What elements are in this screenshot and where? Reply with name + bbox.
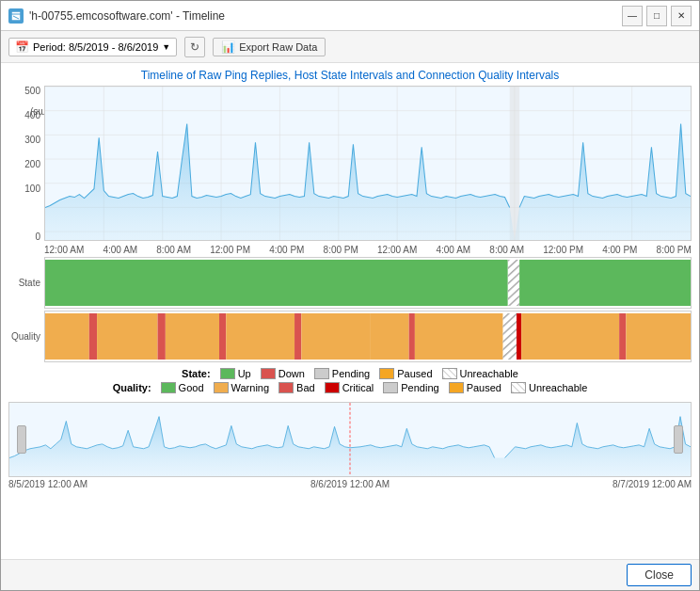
app-icon (8, 8, 24, 24)
chart-content: Timeline of Raw Ping Replies, Host State… (1, 63, 699, 559)
svg-rect-41 (626, 313, 691, 359)
x-label-4: 4:00 PM (269, 245, 304, 255)
mini-time-end: 8/7/2019 12:00 AM (612, 479, 692, 489)
svg-rect-37 (502, 313, 517, 359)
down-label: Down (278, 368, 305, 379)
legend-quality-good: Good (161, 382, 204, 393)
x-label-9: 12:00 PM (543, 245, 583, 255)
period-dropdown-icon: ▼ (162, 42, 170, 52)
state-chart[interactable] (44, 257, 692, 309)
y-axis: 500 400 300 200 100 0 Latency (ms) (8, 86, 44, 243)
svg-rect-26 (89, 313, 97, 359)
svg-rect-30 (219, 313, 226, 359)
footer: Close (1, 559, 699, 590)
mini-time-labels: 8/5/2019 12:00 AM 8/6/2019 12:00 AM 8/7/… (8, 477, 692, 491)
svg-rect-20 (510, 87, 519, 240)
svg-rect-31 (226, 313, 294, 359)
svg-rect-21 (45, 260, 508, 306)
unreachable-swatch (442, 368, 457, 379)
legend-quality-critical: Critical (325, 382, 374, 393)
y-tick-0: 0 (35, 232, 40, 242)
svg-rect-36 (415, 313, 503, 359)
x-label-3: 12:00 PM (210, 245, 250, 255)
quality-chart-row: Quality (8, 311, 692, 362)
quality-label: Quality (8, 311, 44, 362)
toolbar: 📅 Period: 8/5/2019 - 8/6/2019 ▼ ↻ 📊 Expo… (1, 31, 699, 63)
warning-label: Warning (231, 382, 270, 393)
svg-rect-32 (294, 313, 301, 359)
quality-legend-row: Quality: Good Warning Bad Critical (8, 382, 692, 393)
mini-timeline-wrapper: 8/5/2019 12:00 AM 8/6/2019 12:00 AM 8/7/… (8, 398, 692, 491)
q-pending-swatch (383, 382, 398, 393)
good-swatch (161, 382, 176, 393)
q-paused-swatch (449, 382, 464, 393)
main-window: 'h-00755.emcosoftware.com' - Timeline — … (0, 0, 700, 591)
chart-title: Timeline of Raw Ping Replies, Host State… (8, 69, 692, 82)
state-legend-row: State: Up Down Pending Paused (8, 368, 692, 379)
legend-area: State: Up Down Pending Paused (8, 364, 692, 398)
svg-rect-28 (158, 313, 166, 359)
x-label-7: 4:00 AM (436, 245, 470, 255)
legend-quality-warning: Warning (214, 382, 270, 393)
svg-rect-39 (521, 313, 619, 359)
refresh-button[interactable]: ↻ (184, 37, 205, 57)
quality-chart[interactable] (44, 311, 692, 362)
up-label: Up (238, 368, 251, 379)
legend-quality-paused: Paused (449, 382, 501, 393)
latency-chart-wrapper: 500 400 300 200 100 0 Latency (ms) (8, 86, 692, 243)
latency-chart[interactable] (44, 86, 692, 241)
q-paused-label: Paused (467, 382, 501, 393)
pending-swatch (314, 368, 329, 379)
export-icon: 📊 (221, 40, 235, 54)
q-pending-label: Pending (401, 382, 438, 393)
x-label-2: 8:00 AM (156, 245, 191, 255)
paused-label: Paused (397, 368, 432, 379)
good-label: Good (179, 382, 204, 393)
down-swatch (261, 368, 276, 379)
x-label-0: 12:00 AM (44, 245, 84, 255)
minimize-button[interactable]: — (622, 6, 643, 26)
x-label-6: 12:00 AM (377, 245, 417, 255)
pending-label: Pending (332, 368, 370, 379)
legend-quality-pending: Pending (383, 382, 438, 393)
svg-rect-34 (370, 313, 409, 359)
x-label-10: 4:00 PM (602, 245, 637, 255)
title-bar: 'h-00755.emcosoftware.com' - Timeline — … (1, 1, 699, 31)
title-bar-controls: — □ ✕ (622, 6, 692, 26)
window-title: 'h-00755.emcosoftware.com' - Timeline (29, 9, 225, 23)
svg-rect-27 (97, 313, 157, 359)
legend-state-unreachable: Unreachable (442, 368, 518, 379)
legend-state-pending: Pending (314, 368, 370, 379)
export-label: Export Raw Data (239, 41, 317, 53)
window-close-button[interactable]: ✕ (671, 6, 692, 26)
critical-swatch (325, 382, 340, 393)
state-legend-label: State: (182, 368, 211, 379)
unreachable-label: Unreachable (460, 368, 518, 379)
x-label-1: 4:00 AM (103, 245, 137, 255)
legend-quality-unreachable: Unreachable (511, 382, 587, 393)
title-bar-left: 'h-00755.emcosoftware.com' - Timeline (8, 8, 225, 24)
x-label-5: 8:00 PM (324, 245, 358, 255)
paused-swatch (379, 368, 394, 379)
svg-rect-22 (508, 260, 519, 306)
q-unreachable-label: Unreachable (529, 382, 587, 393)
mini-timeline-chart[interactable] (8, 402, 692, 477)
state-chart-row: State (8, 257, 692, 309)
x-axis-labels: 12:00 AM 4:00 AM 8:00 AM 12:00 PM 4:00 P… (8, 245, 692, 255)
quality-legend-label: Quality: (113, 382, 151, 393)
y-tick-500: 500 (24, 86, 40, 96)
svg-rect-29 (166, 313, 219, 359)
mini-time-start: 8/5/2019 12:00 AM (8, 479, 88, 489)
scroll-handle-right[interactable] (674, 425, 683, 454)
svg-rect-40 (619, 313, 626, 359)
period-selector[interactable]: 📅 Period: 8/5/2019 - 8/6/2019 ▼ (8, 38, 177, 56)
x-label-11: 8:00 PM (657, 245, 692, 255)
x-label-8: 8:00 AM (489, 245, 524, 255)
export-button[interactable]: 📊 Export Raw Data (213, 38, 326, 56)
close-button[interactable]: Close (627, 564, 692, 586)
scroll-handle-left[interactable] (17, 425, 26, 454)
state-label: State (8, 257, 44, 309)
legend-state-down: Down (261, 368, 305, 379)
maximize-button[interactable]: □ (646, 6, 667, 26)
legend-state-paused: Paused (379, 368, 432, 379)
